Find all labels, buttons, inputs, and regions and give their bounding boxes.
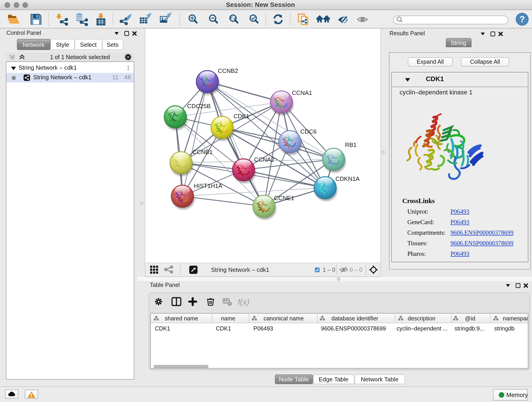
svg-text:CDKN1A: CDKN1A: [335, 175, 360, 182]
svg-text:CCNA2: CCNA2: [254, 156, 274, 163]
svg-text:@id: @id: [465, 315, 475, 321]
svg-text:CDC25B: CDC25B: [187, 102, 210, 109]
svg-text:f(x): f(x): [238, 297, 249, 306]
svg-text:CCNB2: CCNB2: [218, 67, 238, 74]
svg-text:1 – 0: 1 – 0: [322, 266, 335, 273]
svg-text:CDC6: CDC6: [300, 128, 317, 135]
svg-text:CCNE1: CCNE1: [274, 194, 294, 201]
svg-text:?: ?: [519, 14, 525, 24]
svg-text:shared name: shared name: [165, 315, 198, 321]
svg-text:0 – 0: 0 – 0: [349, 266, 362, 273]
svg-text:String Network – cdk1: String Network – cdk1: [211, 266, 269, 273]
svg-text:description: description: [408, 315, 436, 321]
svg-text:canonical name: canonical name: [264, 315, 304, 321]
svg-text:name: name: [221, 315, 235, 321]
svg-text:namespace: namespace: [503, 315, 528, 321]
svg-text:RB1: RB1: [345, 141, 356, 148]
svg-text:HIST1H1A: HIST1H1A: [194, 182, 222, 189]
svg-text:database identifier: database identifier: [331, 315, 378, 321]
svg-text:CDK1: CDK1: [233, 113, 249, 119]
svg-text:CCNB1: CCNB1: [192, 148, 212, 155]
svg-text:CCNA1: CCNA1: [292, 89, 312, 96]
